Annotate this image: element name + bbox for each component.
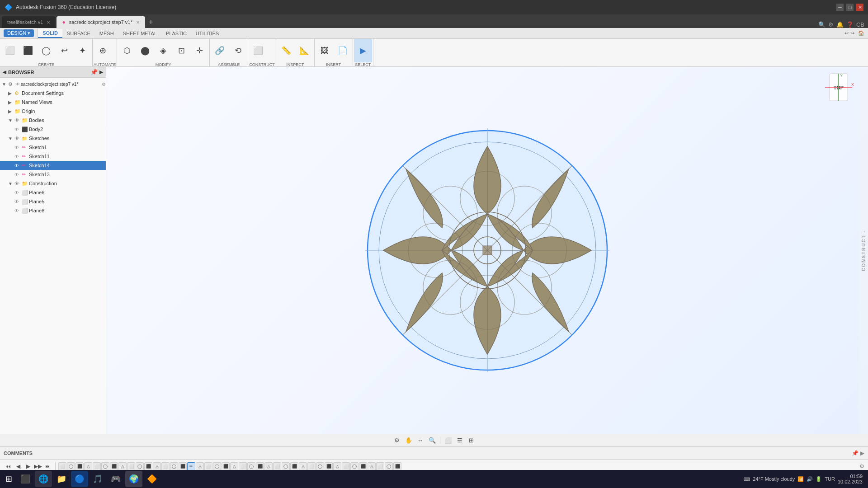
display-edges-btn[interactable]: ☰ <box>455 436 465 446</box>
explorer-button[interactable]: 📁 <box>53 471 70 487</box>
tree-sketch1[interactable]: 👁 ✏ Sketch1 <box>0 143 106 152</box>
tab-close-active-icon[interactable]: ✕ <box>136 20 140 25</box>
tl-item-8[interactable]: △ <box>118 462 127 470</box>
tl-item-34[interactable]: ⬜ <box>342 462 350 470</box>
tl-item-19[interactable]: ◯ <box>213 462 221 470</box>
tl-item-2[interactable]: ◯ <box>67 462 75 470</box>
tl-item-12[interactable]: △ <box>153 462 161 470</box>
edge-button[interactable]: 🌐 <box>35 471 52 487</box>
tl-item-39[interactable]: ◯ <box>385 462 393 470</box>
nav-pan-btn[interactable]: ✋ <box>404 436 414 446</box>
notifications-icon[interactable]: 🔔 <box>836 21 844 28</box>
assemble-joint-btn[interactable]: 🔗 <box>211 39 229 62</box>
assemble-motion-btn[interactable]: ⟲ <box>229 39 247 62</box>
tree-plane5[interactable]: 👁 ⬜ Plane5 <box>0 197 106 206</box>
display-shading-btn[interactable]: ⬜ <box>443 436 453 446</box>
tl-item-4[interactable]: △ <box>84 462 92 470</box>
display-grid-btn[interactable]: ⊞ <box>467 436 476 446</box>
tl-item-35[interactable]: ◯ <box>350 462 359 470</box>
tab-utilities[interactable]: UTILITIES <box>191 29 223 38</box>
tl-item-23[interactable]: ◯ <box>247 462 255 470</box>
comments-pin-icon[interactable]: 📌 <box>852 450 859 456</box>
timeline-settings-icon[interactable]: ⚙ <box>859 463 864 469</box>
nav-orbit-btn[interactable]: ⚙ <box>392 436 402 446</box>
tab-mesh[interactable]: MESH <box>95 29 118 38</box>
tree-sketch13[interactable]: 👁 ✏ Sketch13 <box>0 170 106 179</box>
tree-named-views[interactable]: ▶ 📁 Named Views <box>0 98 106 107</box>
tl-item-27[interactable]: ◯ <box>282 462 290 470</box>
tl-item-20[interactable]: ⬛ <box>222 462 230 470</box>
app1-button[interactable]: 🔵 <box>71 471 88 487</box>
tab-sheet-metal[interactable]: SHEET METAL <box>118 29 161 38</box>
tl-item-38[interactable]: ⬜ <box>376 462 384 470</box>
tl-item-9[interactable]: ⬜ <box>127 462 135 470</box>
tl-item-29[interactable]: △ <box>299 462 307 470</box>
modify-fillet-btn[interactable]: ⬤ <box>136 39 154 62</box>
close-button[interactable]: ✕ <box>856 4 863 11</box>
browser-pin-icon[interactable]: 📌 <box>90 69 98 75</box>
fusion-button[interactable]: 🔶 <box>143 471 160 487</box>
tl-item-1[interactable]: ⬜ <box>58 462 66 470</box>
tl-item-16[interactable]: ✏ <box>187 462 195 470</box>
tl-item-5[interactable]: ⬜ <box>93 462 101 470</box>
tl-item-26[interactable]: ⬜ <box>273 462 281 470</box>
design-workspace-button[interactable]: DESIGN ▾ <box>4 29 34 37</box>
comments-expand-icon[interactable]: ▶ <box>860 450 864 456</box>
create-sweep-btn[interactable]: ↩ <box>55 39 73 62</box>
tab-surface[interactable]: SURFACE <box>62 29 95 38</box>
tl-item-3[interactable]: ⬛ <box>75 462 84 470</box>
playback-next-btn[interactable]: ▶▶ <box>33 462 42 471</box>
browser-expand-icon[interactable]: ▶ <box>99 70 103 75</box>
modify-move-btn[interactable]: ✛ <box>190 39 208 62</box>
tab-plastic[interactable]: PLASTIC <box>161 29 191 38</box>
tl-item-24[interactable]: ⬛ <box>256 462 264 470</box>
tab-solid[interactable]: SOLID <box>38 29 62 38</box>
tl-item-30[interactable]: ⬜ <box>307 462 316 470</box>
insert-image-btn[interactable]: 🖼 <box>316 39 334 62</box>
steam-button[interactable]: 🎮 <box>107 471 124 487</box>
chrome-button[interactable]: 🌍 <box>125 471 142 487</box>
tree-sketches[interactable]: ▼ 👁 📁 Sketches <box>0 134 106 143</box>
automate-btn[interactable]: ⊕ <box>94 39 112 62</box>
playback-end-btn[interactable]: ⏭ <box>43 462 52 471</box>
modify-chamfer-btn[interactable]: ◈ <box>154 39 172 62</box>
tl-item-28[interactable]: ⬛ <box>290 462 298 470</box>
tree-settings-icon[interactable]: ⚙ <box>102 82 106 87</box>
create-extrude-btn[interactable]: ⬛ <box>19 39 37 62</box>
tl-item-33[interactable]: △ <box>333 462 341 470</box>
tree-body2[interactable]: 👁 ⬛ Body2 <box>0 125 106 134</box>
playback-start-btn[interactable]: ⏮ <box>4 462 13 471</box>
browser-collapse-icon[interactable]: ◀ <box>3 70 6 75</box>
settings-icon[interactable]: ⚙ <box>828 21 834 28</box>
minimize-button[interactable]: ─ <box>836 4 844 11</box>
tab-treelifesketch[interactable]: treelifesketch v1 ✕ <box>2 16 56 28</box>
tl-item-21[interactable]: △ <box>230 462 238 470</box>
tl-item-25[interactable]: △ <box>264 462 273 470</box>
playback-play-btn[interactable]: ▶ <box>24 462 33 471</box>
tl-item-31[interactable]: ◯ <box>316 462 324 470</box>
create-star-btn[interactable]: ✦ <box>73 39 91 62</box>
undo-btn[interactable]: ↩ <box>844 30 849 36</box>
tree-plane8[interactable]: 👁 ⬜ Plane8 <box>0 206 106 215</box>
playback-prev-btn[interactable]: ◀ <box>14 462 23 471</box>
tl-item-37[interactable]: △ <box>368 462 376 470</box>
modify-press-pull-btn[interactable]: ⬡ <box>118 39 136 62</box>
search-icon[interactable]: 🔍 <box>818 21 826 28</box>
tl-item-17[interactable]: △ <box>196 462 204 470</box>
tab-sacredclock[interactable]: ● sacredclockproject step7 v1* ✕ <box>57 16 145 28</box>
tree-root[interactable]: ▼ ⚙ 👁 sacredclockproject step7 v1* ⚙ <box>0 80 106 89</box>
tl-item-10[interactable]: ◯ <box>136 462 144 470</box>
tl-item-7[interactable]: ⬛ <box>110 462 118 470</box>
tree-sketch11[interactable]: 👁 ✏ Sketch11 <box>0 152 106 161</box>
maximize-button[interactable]: □ <box>846 4 854 11</box>
tl-item-22[interactable]: ⬜ <box>239 462 247 470</box>
home-btn[interactable]: 🏠 <box>858 30 864 36</box>
tl-item-6[interactable]: ◯ <box>101 462 109 470</box>
tree-bodies[interactable]: ▼ 👁 📁 Bodies <box>0 116 106 125</box>
tl-item-36[interactable]: ⬛ <box>359 462 367 470</box>
help-icon[interactable]: ❓ <box>846 21 854 28</box>
viewport[interactable]: TOP X Y <box>106 67 868 434</box>
tl-item-11[interactable]: ⬛ <box>144 462 152 470</box>
create-revolve-btn[interactable]: ◯ <box>37 39 55 62</box>
app2-button[interactable]: 🎵 <box>89 471 106 487</box>
